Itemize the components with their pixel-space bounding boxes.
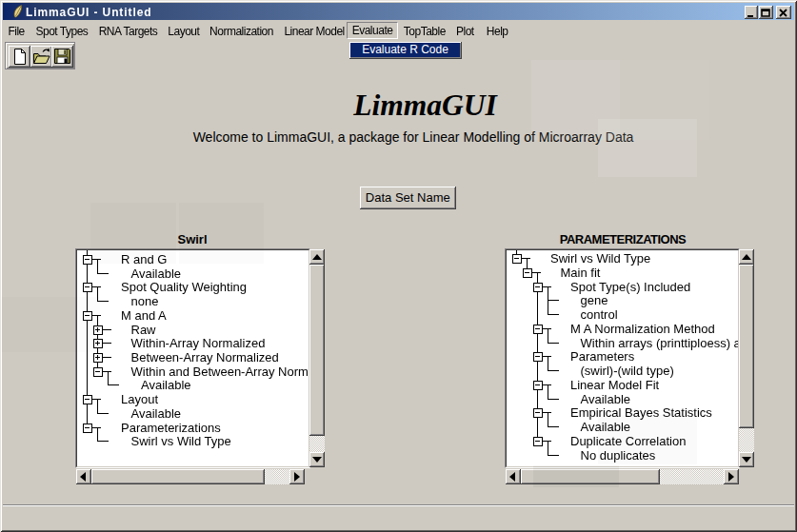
svg-text:Raw: Raw: [131, 323, 157, 337]
svg-text:control: control: [581, 307, 618, 322]
svg-text:Available: Available: [141, 378, 191, 392]
svg-text:Available: Available: [131, 406, 182, 421]
svg-text:Between-Array Normalized: Between-Array Normalized: [131, 350, 279, 365]
svg-text:Parameters: Parameters: [570, 349, 635, 364]
svg-text:Swirl vs Wild Type: Swirl vs Wild Type: [550, 251, 650, 266]
svg-text:Available: Available: [131, 266, 182, 281]
svg-text:gene: gene: [581, 293, 608, 307]
svg-text:Swirl vs Wild Type: Swirl vs Wild Type: [131, 434, 231, 448]
svg-text:Linear Model Fit: Linear Model Fit: [570, 378, 660, 392]
svg-text:Within and Between-Array Norma: Within and Between-Array Normalized: [131, 365, 309, 379]
svg-text:Parameterizations: Parameterizations: [121, 421, 221, 435]
svg-text:Available: Available: [581, 392, 631, 406]
svg-text:Main fit: Main fit: [561, 266, 601, 280]
svg-text:(swirl)-(wild type): (swirl)-(wild type): [581, 364, 674, 378]
svg-text:Within arrays (printtiploess): Within arrays (printtiploess) and: [581, 336, 739, 350]
svg-text:M and A: M and A: [121, 308, 167, 323]
svg-text:none: none: [131, 294, 159, 308]
svg-text:Spot Type(s) Included: Spot Type(s) Included: [570, 280, 690, 294]
svg-text:Layout: Layout: [121, 392, 158, 406]
svg-text:Within-Array Normalized: Within-Array Normalized: [131, 336, 266, 350]
svg-text:Spot Quality Weighting: Spot Quality Weighting: [121, 280, 247, 294]
svg-text:M A Normalization Method: M A Normalization Method: [570, 322, 715, 336]
